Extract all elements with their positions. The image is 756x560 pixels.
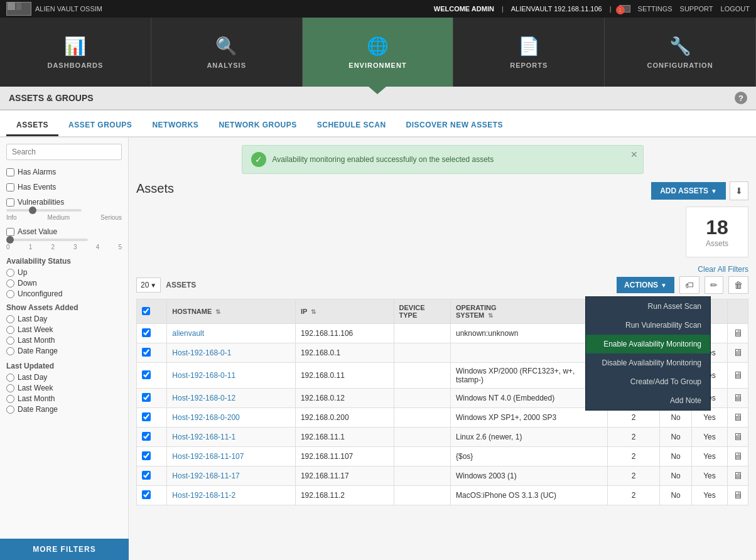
vulnerabilities-label[interactable]: Vulnerabilities	[6, 198, 122, 207]
radio-date-range-added[interactable]: Date Range	[6, 347, 122, 355]
row-checkbox[interactable]	[142, 348, 151, 357]
row-action-icon[interactable]: 🖥	[728, 447, 748, 466]
row-device-type	[394, 408, 450, 428]
radio-unconfigured-input[interactable]	[6, 290, 14, 298]
row-action-icon[interactable]: 🖥	[728, 486, 748, 505]
radio-up[interactable]: Up	[6, 268, 122, 277]
row-checkbox[interactable]	[142, 370, 151, 379]
row-checkbox[interactable]	[142, 412, 151, 421]
radio-last-day-updated[interactable]: Last Day	[6, 373, 122, 382]
tab-assets[interactable]: ASSETS	[6, 116, 58, 136]
hostname-sort-icon[interactable]: ⇅	[215, 308, 220, 315]
action-run-vuln-scan[interactable]: Run Vulnerability Scan	[586, 316, 710, 335]
support-link[interactable]: SUPPORT	[680, 5, 713, 13]
search-input[interactable]	[6, 144, 122, 160]
row-action-icon[interactable]: 🖥	[728, 324, 748, 343]
row-checkbox[interactable]	[142, 393, 151, 402]
tab-schedule-scan[interactable]: SCHEDULE SCAN	[307, 116, 396, 136]
radio-unconfigured[interactable]: Unconfigured	[6, 289, 122, 298]
radio-last-day-updated-input[interactable]	[6, 374, 14, 382]
delete-button[interactable]: 🗑	[728, 276, 748, 294]
radio-last-month-updated[interactable]: Last Month	[6, 394, 122, 403]
row-action-icon[interactable]: 🖥	[728, 363, 748, 389]
export-button[interactable]: ⬇	[730, 181, 748, 200]
radio-last-month-updated-input[interactable]	[6, 395, 14, 403]
action-add-note[interactable]: Add Note	[586, 391, 710, 410]
radio-last-week-added-input[interactable]	[6, 326, 14, 334]
radio-last-month-added-input[interactable]	[6, 337, 14, 345]
edit-button[interactable]: ✏	[705, 276, 723, 294]
has-events-label[interactable]: Has Events	[6, 183, 122, 191]
action-create-add-group[interactable]: Create/Add To Group	[586, 372, 710, 391]
ip-sort-icon[interactable]: ⇅	[311, 308, 316, 315]
radio-last-day-added-input[interactable]	[6, 315, 14, 323]
row-checkbox[interactable]	[142, 432, 151, 441]
row-action-icon[interactable]: 🖥	[728, 428, 748, 447]
help-icon[interactable]: ?	[735, 92, 747, 104]
row-checkbox[interactable]	[142, 471, 151, 480]
row-fqdn: No	[660, 447, 691, 466]
radio-date-range-updated[interactable]: Date Range	[6, 405, 122, 414]
settings-link[interactable]: SETTINGS	[638, 5, 672, 13]
tab-asset-groups[interactable]: ASSET GROUPS	[58, 116, 142, 136]
nav-environment[interactable]: 🌐 ENVIRONMENT	[303, 18, 454, 87]
row-action-icon[interactable]: 🖥	[728, 343, 748, 363]
action-run-asset-scan[interactable]: Run Asset Scan	[586, 297, 710, 316]
radio-date-range-updated-text: Date Range	[18, 405, 58, 414]
tag-button[interactable]: 🏷	[679, 276, 699, 294]
asset-value-label[interactable]: Asset Value	[6, 227, 122, 236]
action-enable-availability[interactable]: Enable Availability Monitoring	[586, 335, 710, 353]
row-action-icon[interactable]: 🖥	[728, 408, 748, 428]
tab-networks[interactable]: NETWORKS	[142, 116, 208, 136]
asset-value-checkbox[interactable]	[6, 228, 14, 236]
radio-down-input[interactable]	[6, 279, 14, 288]
has-events-checkbox[interactable]	[6, 183, 14, 191]
radio-down[interactable]: Down	[6, 279, 122, 288]
radio-last-week-updated-input[interactable]	[6, 384, 14, 392]
row-action-icon[interactable]: 🖥	[728, 389, 748, 408]
radio-last-week-added[interactable]: Last Week	[6, 325, 122, 334]
radio-up-input[interactable]	[6, 269, 14, 277]
configuration-icon: 🔧	[669, 36, 691, 57]
nav-analysis[interactable]: 🔍 ANALYSIS	[151, 18, 303, 87]
row-checkbox[interactable]	[142, 451, 151, 460]
radio-last-day-added[interactable]: Last Day	[6, 315, 122, 323]
action-disable-availability[interactable]: Disable Availability Monitoring	[586, 353, 710, 372]
availability-status-group: Availability Status Up Down Unconfigured	[6, 257, 122, 298]
row-monitor-icon: 🖥	[733, 451, 743, 461]
radio-date-range-updated-input[interactable]	[6, 406, 14, 414]
radio-unconfigured-text: Unconfigured	[18, 289, 62, 298]
col-ip: IP ⇅	[295, 299, 394, 324]
row-checkbox[interactable]	[142, 328, 151, 337]
envelope-icon[interactable]: 1	[619, 5, 630, 13]
more-filters-button[interactable]: MORE FILTERS	[0, 539, 129, 560]
radio-last-month-updated-text: Last Month	[18, 394, 55, 403]
os-sort-icon[interactable]: ⇅	[488, 312, 493, 319]
radio-date-range-added-input[interactable]	[6, 347, 14, 355]
select-all-checkbox[interactable]	[142, 307, 150, 315]
row-action-icon[interactable]: 🖥	[728, 466, 748, 486]
nav-reports[interactable]: 📄 REPORTS	[453, 18, 605, 87]
asset-value-slider-handle[interactable]	[6, 236, 14, 244]
vulnerabilities-checkbox[interactable]	[6, 198, 14, 207]
actions-button[interactable]: ACTIONS ▼	[617, 277, 674, 293]
row-checkbox[interactable]	[142, 490, 151, 499]
has-alarms-label[interactable]: Has Alarms	[6, 168, 122, 176]
radio-last-month-added[interactable]: Last Month	[6, 336, 122, 345]
row-checkbox-cell	[137, 389, 167, 408]
logout-link[interactable]: LOGOUT	[721, 5, 750, 13]
nav-dashboards[interactable]: 📊 DASHBOARDS	[0, 18, 151, 87]
has-alarms-checkbox[interactable]	[6, 168, 14, 176]
tabs-bar: ASSETS ASSET GROUPS NETWORKS NETWORK GRO…	[0, 110, 756, 137]
nav-configuration[interactable]: 🔧 CONFIGURATION	[605, 18, 756, 87]
vuln-slider-handle[interactable]	[29, 207, 36, 214]
tab-discover-new-assets[interactable]: DISCOVER NEW ASSETS	[396, 116, 513, 136]
svg-rect-0	[8, 3, 15, 10]
clear-all-filters-link[interactable]: Clear All Filters	[698, 265, 748, 274]
radio-last-week-updated[interactable]: Last Week	[6, 384, 122, 392]
last-updated-group: Last Updated Last Day Last Week Last Mon…	[6, 362, 122, 414]
radio-last-week-added-text: Last Week	[18, 325, 53, 334]
notification-close-button[interactable]: ✕	[630, 149, 638, 159]
tab-network-groups[interactable]: NETWORK GROUPS	[208, 116, 306, 136]
add-assets-button[interactable]: ADD ASSETS ▼	[651, 182, 726, 200]
